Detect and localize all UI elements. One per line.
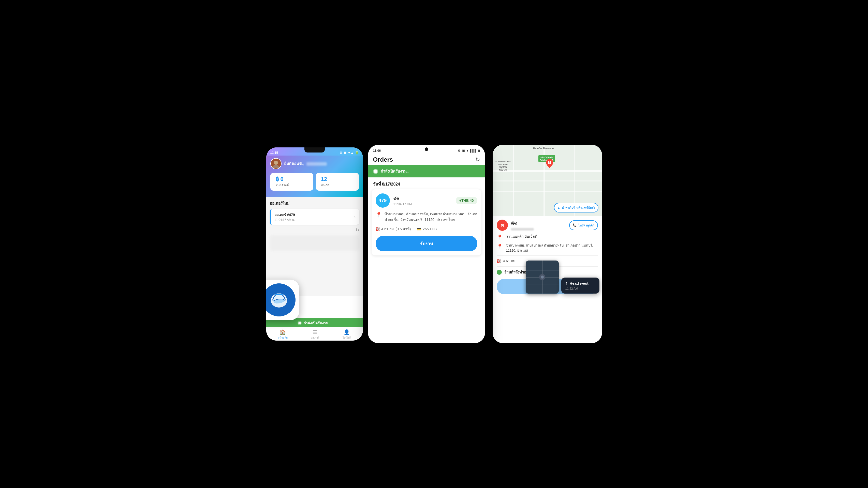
homeprp-label: HomePro Chaivapruk: [533, 147, 554, 149]
phone-3: SOMMAKORN VILLAGE หมู่บ้าน สัมมากร Lotus…: [493, 145, 602, 343]
battery-icon: 🔋: [355, 151, 359, 155]
head-west-card: ↑ Head west 11:23 AM: [561, 278, 599, 294]
customer-phone-blurred: [511, 228, 534, 231]
screens-container: 11:15 ⚙ ▣ ▼▲ 🔋 ยินดีต้อนรับ,: [261, 140, 607, 348]
head-west-time: 11:23 AM: [565, 287, 595, 291]
call-button[interactable]: 📞 โทรหาลูกค้า: [569, 220, 598, 230]
order-address-row: 📍 บ้านบางพลับ, ตำบลบางพลับ, เทศบาลตำบลบา…: [376, 211, 477, 223]
chevron-icon: ›: [354, 214, 356, 220]
distance-text-3: 4.61 กม.: [503, 258, 516, 264]
tab-orders[interactable]: ☰ ออเดอร์: [311, 329, 319, 339]
orders-title: Orders: [373, 156, 393, 163]
phone-2-notch: [425, 148, 428, 151]
earnings-value: ฿ 0: [275, 176, 308, 183]
p2-green-dot-icon: [373, 169, 378, 174]
app-icon-svg: [266, 287, 292, 313]
order-info: ออเดอร์ #479 11:04:17 AM u.: [274, 212, 295, 222]
date-section: วันที่ 8/17/2024: [368, 177, 485, 189]
call-button-label: โทรหาลูกค้า: [578, 223, 594, 228]
phone-2-time: 11:06: [373, 149, 381, 153]
earnings-label: รายได้วันนี้: [275, 183, 308, 188]
tab-profile-label: โปรไฟล์: [343, 336, 351, 339]
tab-profile[interactable]: 👤 โปรไฟล์: [343, 329, 351, 339]
p2-screenshot-icon: ▣: [462, 149, 465, 153]
order-header-2: 479 พัช 11:04:17 AM +THB 40: [376, 193, 477, 208]
sommakorn-label: SOMMAKORN VILLAGE หมู่บ้าน สัมมากร: [495, 160, 511, 172]
p2-signal-icon: ▌▌▌: [470, 149, 477, 153]
phone-2: 11:06 ⚙ ▣ ▼ ▌▌▌ ▮ Orders ↻ กำลังเปิดรับง…: [368, 145, 485, 343]
customer-info: พัช: [511, 220, 534, 231]
order-time: 11:04:17 AM u.: [274, 218, 295, 222]
phone-1-time: 11:15: [270, 151, 278, 155]
mini-center-dot: [539, 274, 545, 280]
tab-home-label: หน้าหลัก: [278, 336, 288, 339]
status-text: กำลังเปิดรับงาน...: [304, 320, 331, 326]
order-card-2[interactable]: 479 พัช 11:04:17 AM +THB 40 📍 บ้านบางพลั…: [372, 189, 482, 255]
order-price-badge: +THB 40: [456, 197, 477, 204]
order-details-row: ⛽ 4.61 กม. (9.5 นาที) 💳 265 THB: [376, 226, 477, 232]
accept-button[interactable]: รับงาน: [376, 236, 477, 251]
customer-row: พ พัช 📞 โทรหาลูกค้า: [497, 220, 598, 231]
delivery-address-row: 📍 บ้านบางพลับ, ตำบลบางพล ตำบลบางพลับ, อำ…: [497, 243, 598, 253]
history-card: 12 ประวัติ: [316, 173, 359, 191]
mini-map-overlay: [526, 261, 559, 294]
app-icon-container: [266, 280, 299, 320]
customer-name: พัช: [511, 220, 534, 227]
new-orders-title: ออเดอร์ใหม่: [270, 200, 359, 206]
screenshot-icon: ▣: [344, 151, 346, 155]
profile-icon: 👤: [344, 329, 350, 335]
order-number: ออเดอร์ #479: [274, 212, 295, 218]
blurred-content: [270, 235, 359, 251]
earnings-card: ฿ 0 รายได้วันนี้: [270, 173, 313, 191]
price-text: 265 THB: [423, 227, 437, 231]
mini-road-h3: [526, 284, 559, 284]
stats-row: ฿ 0 รายได้วันนี้ 12 ประวัติ: [270, 173, 359, 191]
distance-icon-3: ⛽: [497, 259, 501, 263]
refresh-icon[interactable]: ↻: [270, 227, 359, 233]
map-area: SOMMAKORN VILLAGE หมู่บ้าน สัมมากร Lotus…: [493, 145, 602, 216]
settings-icon: ⚙: [340, 151, 342, 155]
phone-1-status-icons: ⚙ ▣ ▼▲ 🔋: [340, 151, 359, 155]
wifi-icon: ▼▲: [348, 151, 354, 155]
p2-settings-icon: ⚙: [458, 149, 461, 153]
mini-inner-dot: [541, 275, 544, 279]
navigate-icon: ▲: [557, 206, 560, 209]
green-dot-icon: [298, 321, 302, 325]
store-address-text: ร้านแอทต้า บับเบิ้ลที: [506, 234, 537, 239]
user-name-blurred: [306, 162, 327, 166]
store-address-row: 📍 ร้านแอทต้า บับเบิ้ลที: [497, 234, 598, 240]
welcome-row: ยินดีต้อนรับ,: [270, 158, 359, 169]
green-status-dot: [497, 270, 502, 275]
phone-2-status-bar-green: กำลังเปิดรับงาน...: [368, 165, 485, 177]
tab-home[interactable]: 🏠 หน้าหลัก: [278, 329, 288, 339]
svg-point-1: [272, 165, 279, 168]
distance-text: 4.61 กม. (9.5 นาที): [381, 226, 411, 232]
tab-orders-label: ออเดอร์: [311, 336, 319, 339]
avatar: [270, 158, 282, 169]
head-west-title-row: ↑ Head west: [565, 281, 595, 286]
history-value: 12: [321, 176, 354, 183]
map-pin: 1: [546, 159, 553, 169]
price-item: 💳 265 THB: [417, 226, 437, 232]
head-west-arrow-icon: ↑: [565, 281, 568, 286]
phone-icon: 📞: [573, 223, 577, 227]
welcome-text: ยินดีต้อนรับ,: [284, 161, 327, 167]
delivery-address-text: บ้านบางพลับ, ตำบลบางพล ตำบลบางพลับ, อำเภ…: [506, 243, 598, 253]
date-label: วันที่ 8/17/2024: [373, 182, 400, 186]
phone-1-header: ยินดีต้อนรับ, ฿ 0 รายได้วันนี้ 12 ประวัต…: [266, 156, 363, 197]
svg-text:1: 1: [549, 161, 550, 164]
app-icon-inner: [266, 283, 296, 317]
phone-1: 11:15 ⚙ ▣ ▼▲ 🔋 ยินดีต้อนรับ,: [266, 148, 363, 340]
money-icon: 💳: [417, 227, 421, 231]
order-card[interactable]: ออเดอร์ #479 11:04:17 AM u. ›: [270, 209, 359, 225]
bottom-tabs: 🏠 หน้าหลัก ☰ ออเดอร์ 👤 โปรไฟล์: [266, 327, 363, 340]
history-label: ประวัติ: [321, 183, 354, 188]
svg-point-0: [274, 161, 278, 165]
refresh-button[interactable]: ↻: [475, 156, 480, 163]
distance-icon: ⛽: [376, 227, 380, 231]
home-icon: 🏠: [279, 329, 286, 335]
map-road-h2: [493, 191, 602, 192]
navigate-button[interactable]: ▲ นำทางไปร้านค้าและที่จัดส่ง: [554, 203, 598, 213]
mini-map-inner: [526, 261, 559, 294]
phone-1-notch: [304, 148, 325, 153]
